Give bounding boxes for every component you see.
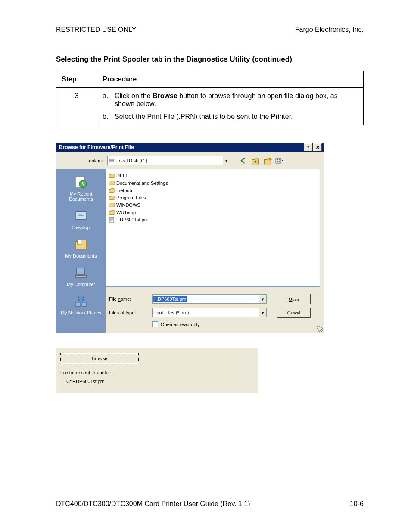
header-right: Fargo Electronics, Inc. [295,26,364,34]
new-folder-icon[interactable] [263,156,272,165]
footer-right: 10-6 [350,500,364,508]
folder-icon [109,173,115,178]
resize-grip[interactable] [317,326,323,332]
desktop-icon [74,208,88,223]
browse-panel: Browse File to be sent to printer: C:\HD… [56,348,258,393]
browse-button[interactable]: Browse [60,353,139,364]
footer-left: DTC400/DTC300/DTC300M Card Printer User … [56,500,250,508]
folder-item[interactable]: Program Files [109,194,317,201]
folder-icon [109,180,115,186]
back-icon[interactable] [239,156,248,165]
filetype-dropdown-icon[interactable]: ▾ [259,308,266,317]
header-left: RESTRICTED USE ONLY [56,26,136,34]
file-path: C:\HDP600Tst.prn [60,379,254,384]
folder-item[interactable]: Documents and Settings [109,180,317,187]
file-dialog: Browse for Firmware/Print File ? ✕ Look … [56,143,324,333]
svg-rect-6 [279,161,280,162]
filetype-combo[interactable]: Print Files (*.prn) ▾ [152,308,267,317]
filename-dropdown-icon[interactable]: ▾ [259,295,266,303]
recent-docs-icon [74,175,88,190]
folder-icon [109,210,115,215]
file-list[interactable]: DELL Documents and Settings Inetpub Prog… [106,169,320,287]
file-item[interactable]: HDP600Tst.prn [109,216,317,223]
drive-icon [109,158,115,163]
folder-icon [109,195,115,200]
svg-rect-10 [78,240,82,244]
svg-rect-15 [82,303,87,307]
open-button[interactable]: Open [277,294,311,304]
my-network-icon [74,294,88,308]
filetype-label: Files of type: [109,310,152,315]
procedure-cell: a. Click on the Browse button to browse … [97,88,364,125]
svg-rect-1 [110,159,114,160]
file-to-send-label: File to be sent to printer: [60,370,254,375]
place-my-documents[interactable]: My Documents [57,234,105,263]
item-b-text: Select the Print File (.PRN) that is to … [115,113,358,121]
up-one-level-icon[interactable] [251,156,260,165]
lookin-dropdown-icon[interactable]: ▾ [223,156,230,165]
titlebar[interactable]: Browse for Firmware/Print File ? ✕ [56,143,324,152]
readonly-checkbox[interactable] [152,321,158,327]
close-button[interactable]: ✕ [313,143,322,151]
svg-rect-11 [76,268,84,274]
svg-rect-16 [109,217,114,222]
lookin-value: Local Disk (C:) [116,158,147,163]
svg-rect-2 [276,158,281,163]
place-my-computer[interactable]: My Computer [57,263,105,291]
place-my-recent-docs[interactable]: My Recent Documents [57,172,105,206]
folder-item[interactable]: Inetpub [109,187,317,194]
procedure-table: Step Procedure 3 a. Click on the Browse … [56,71,364,125]
folder-icon [109,202,115,208]
dialog-title: Browse for Firmware/Print File [59,144,134,150]
svg-rect-14 [75,303,80,307]
view-menu-icon[interactable] [275,156,284,165]
place-desktop[interactable]: Desktop [57,206,105,234]
help-button[interactable]: ? [304,143,312,151]
svg-rect-5 [277,161,278,162]
filename-input[interactable]: HDP600Tst.prn ▾ [152,294,267,304]
svg-rect-9 [75,211,87,219]
th-procedure: Procedure [97,71,364,88]
my-computer-icon [74,265,88,280]
cancel-button[interactable]: Cancel [277,308,311,318]
folder-item[interactable]: WUTemp [109,209,317,216]
place-my-network[interactable]: My Network Places [57,291,105,320]
item-a-text: Click on the Browse button to browse thr… [115,92,358,108]
svg-rect-4 [279,159,280,160]
folder-item[interactable]: DELL [109,172,317,179]
svg-rect-3 [277,159,278,160]
th-step: Step [56,71,97,88]
item-a-letter: a. [103,92,115,108]
lookin-combo[interactable]: Local Disk (C:) ▾ [107,156,230,165]
svg-rect-12 [75,275,87,277]
my-documents-icon [74,237,88,252]
folder-icon [109,188,115,193]
svg-point-13 [78,296,84,301]
filename-label: File name: [109,296,152,302]
lookin-label: Look in: [60,158,105,163]
item-b-letter: b. [103,113,115,121]
prn-file-icon [109,217,115,223]
readonly-label: Open as read-only [161,322,200,327]
places-bar: My Recent Documents Desktop My Documents… [56,169,106,333]
folder-item[interactable]: WINDOWS [109,202,317,208]
step-number: 3 [56,88,97,125]
section-title: Selecting the Print Spooler tab in the D… [56,55,364,64]
